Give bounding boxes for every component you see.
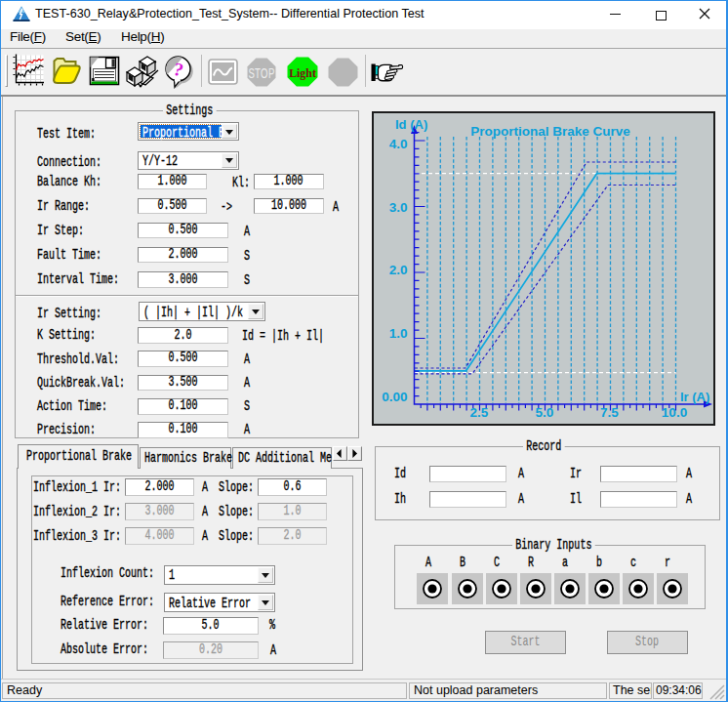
svg-text:2.5: 2.5 <box>470 405 489 420</box>
svg-text:0.00: 0.00 <box>382 390 407 404</box>
svg-text:Proportional Brake Curve: Proportional Brake Curve <box>470 124 630 139</box>
svg-text:3.0: 3.0 <box>389 200 408 215</box>
svg-text:5.0: 5.0 <box>536 405 554 420</box>
svg-text:1.0: 1.0 <box>389 326 408 341</box>
svg-text:Id (A): Id (A) <box>395 117 427 132</box>
svg-text:4.0: 4.0 <box>389 137 408 151</box>
svg-text:STOP: STOP <box>248 63 274 81</box>
svg-text:7.5: 7.5 <box>600 405 619 420</box>
svg-text:Light: Light <box>289 65 316 80</box>
svg-text:2.0: 2.0 <box>389 263 408 277</box>
svg-text:10.0: 10.0 <box>662 405 687 420</box>
svg-text:Ir (A): Ir (A) <box>680 390 709 404</box>
